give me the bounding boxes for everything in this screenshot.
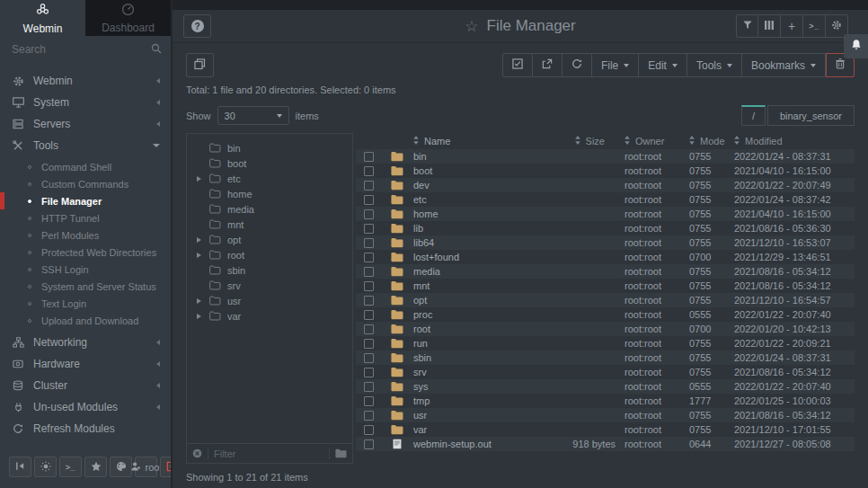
create-button[interactable]: + <box>781 14 803 38</box>
table-row[interactable]: sysroot:root05552022/01/22 - 20:07:40 <box>356 379 855 394</box>
row-checkbox[interactable] <box>364 224 374 234</box>
table-row[interactable]: libroot:root07552021/08/16 - 05:36:30 <box>356 221 855 235</box>
row-checkbox[interactable] <box>364 439 374 449</box>
column-header-modified[interactable]: Modified <box>734 136 855 146</box>
sidebar-item-text-login[interactable]: Text Login <box>0 295 171 312</box>
sidebar-item-http-tunnel[interactable]: HTTP Tunnel <box>0 209 171 226</box>
expand-arrow-icon[interactable] <box>197 253 201 258</box>
sidebar-item-servers[interactable]: Servers <box>0 113 171 135</box>
sidebar-item-system[interactable]: System <box>0 92 171 113</box>
expand-arrow-icon[interactable] <box>197 298 201 304</box>
row-checkbox[interactable] <box>364 353 374 363</box>
bookmarks-menu-button[interactable]: Bookmarks <box>742 53 826 77</box>
theme-toggle-button[interactable] <box>34 457 57 477</box>
sidebar-item-ssh-login[interactable]: SSH Login <box>0 261 171 278</box>
table-row[interactable]: rootroot:root07002022/01/20 - 10:42:13 <box>356 322 855 336</box>
tree-item[interactable]: boot <box>187 155 352 171</box>
columns-button[interactable] <box>758 14 781 38</box>
row-checkbox[interactable] <box>364 396 374 406</box>
table-row[interactable]: varroot:root07552021/12/10 - 17:01:55 <box>356 422 855 437</box>
tree-item[interactable]: var <box>187 308 352 324</box>
row-checkbox[interactable] <box>364 267 374 277</box>
breadcrumb-root[interactable]: / <box>741 105 766 126</box>
row-checkbox[interactable] <box>364 411 374 421</box>
tree-item[interactable]: opt <box>187 232 352 247</box>
row-checkbox[interactable] <box>364 253 374 262</box>
row-checkbox[interactable] <box>364 382 374 392</box>
tree-item[interactable]: mnt <box>187 217 352 232</box>
sidebar-item-custom-commands[interactable]: Custom Commands <box>0 175 171 192</box>
paste-buffer-button[interactable] <box>186 53 214 77</box>
edit-menu-button[interactable]: Edit <box>639 53 687 77</box>
user-button[interactable]: root <box>135 457 157 477</box>
table-row[interactable]: devroot:root07552022/01/22 - 20:07:49 <box>356 178 855 192</box>
sidebar-item-protected-web-directories[interactable]: Protected Web Directories <box>0 244 171 261</box>
table-row[interactable]: lost+foundroot:root07002021/12/29 - 13:4… <box>356 250 855 264</box>
breadcrumb-current[interactable]: binary_sensor <box>767 105 855 126</box>
table-row[interactable]: etcroot:root07552022/01/24 - 08:37:42 <box>356 192 855 207</box>
table-row[interactable]: binroot:root07552022/01/24 - 08:37:31 <box>356 149 855 164</box>
table-row[interactable]: usrroot:root07552021/08/16 - 05:34:12 <box>356 408 855 422</box>
sidebar-item-hardware[interactable]: Hardware <box>0 353 171 375</box>
row-checkbox[interactable] <box>364 339 374 349</box>
tree-item[interactable]: srv <box>187 278 352 293</box>
tree-item[interactable]: media <box>187 201 352 217</box>
table-row[interactable]: homeroot:root07552021/04/10 - 16:15:00 <box>356 207 855 221</box>
tree-item[interactable]: usr <box>187 293 352 308</box>
folder-filter-icon[interactable] <box>335 446 347 462</box>
row-checkbox[interactable] <box>364 195 374 205</box>
sidebar-item-webmin[interactable]: Webmin <box>0 70 171 92</box>
expand-arrow-icon[interactable] <box>197 237 201 243</box>
favorite-star-icon[interactable]: ☆ <box>465 19 478 34</box>
column-header-name[interactable]: Name <box>413 136 539 146</box>
sidebar-item-upload-and-download[interactable]: Upload and Download <box>0 312 171 329</box>
table-row[interactable]: tmproot:root17772022/01/25 - 10:00:03 <box>356 394 855 408</box>
file-menu-button[interactable]: File <box>592 53 639 77</box>
sidebar-item-command-shell[interactable]: Command Shell <box>0 158 171 175</box>
table-row[interactable]: optroot:root07552021/12/10 - 16:54:57 <box>356 293 855 307</box>
sidebar-item-file-manager[interactable]: File Manager <box>0 192 171 209</box>
tree-filter-input[interactable] <box>214 448 323 459</box>
refresh-button[interactable] <box>562 53 592 77</box>
row-checkbox[interactable] <box>364 238 374 248</box>
filter-button[interactable] <box>736 14 758 38</box>
sidebar-item-unused-modules[interactable]: Un-used Modules <box>0 396 171 418</box>
column-header-size[interactable]: Size <box>539 136 624 146</box>
table-row[interactable]: mntroot:root07552021/08/16 - 05:34:12 <box>356 279 855 293</box>
column-header-mode[interactable]: Mode <box>689 136 734 146</box>
table-row[interactable]: webmin-setup.out918 bytesroot:root064420… <box>356 437 855 451</box>
table-row[interactable]: lib64root:root07552021/12/10 - 16:53:07 <box>356 235 855 250</box>
select-all-button[interactable] <box>502 53 533 77</box>
row-checkbox[interactable] <box>364 181 374 191</box>
row-checkbox[interactable] <box>364 296 374 306</box>
expand-arrow-icon[interactable] <box>197 314 201 319</box>
row-checkbox[interactable] <box>364 368 374 377</box>
items-per-page-select[interactable]: 30 <box>217 106 289 125</box>
clear-filter-icon[interactable] <box>192 446 202 462</box>
share-button[interactable] <box>533 53 562 77</box>
tree-item[interactable]: bin <box>187 140 352 155</box>
row-checkbox[interactable] <box>364 209 374 219</box>
table-row[interactable]: sbinroot:root07552022/01/24 - 08:37:31 <box>356 350 855 365</box>
sidebar-item-system-and-server-status[interactable]: System and Server Status <box>0 278 171 295</box>
tab-dashboard[interactable]: Dashboard <box>85 0 171 36</box>
collapse-sidebar-button[interactable] <box>9 457 31 477</box>
row-checkbox[interactable] <box>364 310 374 320</box>
search-input[interactable] <box>12 43 151 56</box>
sidebar-item-cluster[interactable]: Cluster <box>0 375 171 396</box>
row-checkbox[interactable] <box>364 324 374 334</box>
help-button[interactable]: ? <box>183 14 211 38</box>
row-checkbox[interactable] <box>364 166 374 176</box>
tools-menu-button[interactable]: Tools <box>687 53 742 77</box>
tree-item[interactable]: root <box>187 247 352 262</box>
table-row[interactable]: procroot:root05552022/01/22 - 20:07:40 <box>356 307 855 322</box>
tree-item[interactable]: home <box>187 186 352 201</box>
sidebar-item-perl-modules[interactable]: Perl Modules <box>0 226 171 244</box>
table-row[interactable]: bootroot:root07552021/04/10 - 16:15:00 <box>356 164 855 178</box>
tab-webmin[interactable]: Webmin <box>0 0 85 36</box>
sidebar-item-networking[interactable]: Networking <box>0 332 171 353</box>
row-checkbox[interactable] <box>364 425 374 435</box>
favorites-button[interactable] <box>84 457 107 477</box>
column-header-owner[interactable]: Owner <box>624 136 689 146</box>
expand-arrow-icon[interactable] <box>197 176 201 182</box>
